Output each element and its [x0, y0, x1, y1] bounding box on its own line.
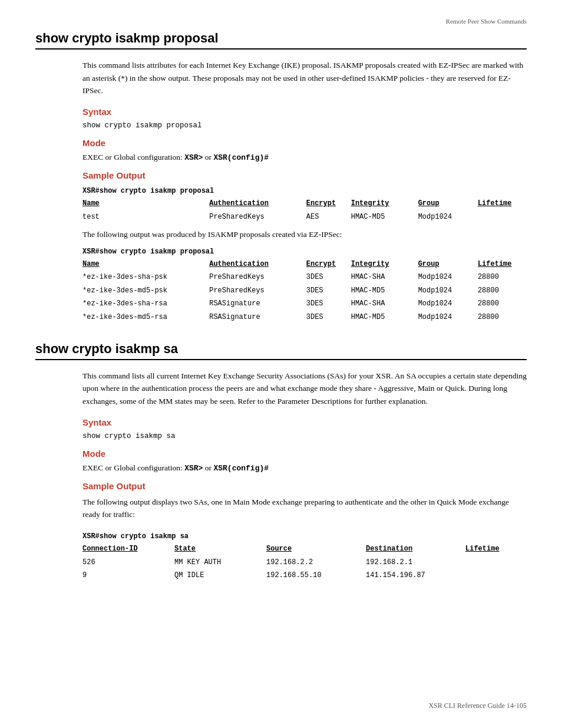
section2-syntax-code: show crypto isakmp sa — [82, 432, 527, 440]
section1-table1: Name Authentication Encrypt Integrity Gr… — [82, 197, 527, 223]
t2r1-integ: HMAC-SHA — [351, 271, 418, 284]
t2r3-enc: 3DES — [306, 297, 351, 310]
table-row: *ez-ike-3des-md5-rsa RSASignature 3DES H… — [82, 311, 527, 324]
sah-dest: Destination — [366, 542, 465, 555]
sar1-dest: 192.168.2.1 — [366, 556, 465, 569]
section2-syntax-label: Syntax — [82, 417, 527, 427]
section1-mode-code2: XSR(config)# — [213, 153, 269, 162]
t2h-name: Name — [82, 258, 209, 271]
t1r1-life — [478, 210, 527, 223]
section1-title: show crypto isakmp proposal — [35, 31, 527, 50]
t2r4-integ: HMAC-MD5 — [351, 311, 418, 324]
t2r2-name: *ez-ike-3des-md5-psk — [82, 284, 209, 297]
table2-header-row: Name Authentication Encrypt Integrity Gr… — [82, 258, 527, 271]
table-row: *ez-ike-3des-sha-psk PreSharedKeys 3DES … — [82, 271, 527, 284]
t1h-life: Lifetime — [478, 197, 527, 210]
t2r4-auth: RSASignature — [209, 311, 306, 324]
table-row: test PreSharedKeys AES HMAC-MD5 Modp1024 — [82, 210, 527, 223]
t2r2-enc: 3DES — [306, 284, 351, 297]
section-isakmp-proposal: show crypto isakmp proposal This command… — [35, 31, 527, 324]
t2r3-integ: HMAC-SHA — [351, 297, 418, 310]
section2-sample-output: XSR#show crypto isakmp sa Connection-ID … — [82, 531, 527, 582]
t2r3-group: Modp1024 — [418, 297, 478, 310]
t1h-enc: Encrypt — [306, 197, 351, 210]
sar1-state: MM KEY AUTH — [174, 556, 266, 569]
sah-state: State — [174, 542, 266, 555]
table1-header-row: Name Authentication Encrypt Integrity Gr… — [82, 197, 527, 210]
t2h-auth: Authentication — [209, 258, 306, 271]
t2h-enc: Encrypt — [306, 258, 351, 271]
section1-cmd1: XSR#show crypto isakmp proposal — [82, 185, 527, 197]
t2r1-auth: PreSharedKeys — [209, 271, 306, 284]
table-row: 9 QM IDLE 192.168.55.10 141.154.196.87 — [82, 569, 527, 582]
section1-table2: Name Authentication Encrypt Integrity Gr… — [82, 258, 527, 324]
section1-mode-plain: EXEC or Global configuration: — [82, 153, 184, 162]
section1-syntax-label: Syntax — [82, 107, 527, 117]
sah-lifetime: Lifetime — [465, 542, 527, 555]
sah-source: Source — [266, 542, 366, 555]
t2r3-life: 28800 — [478, 297, 527, 310]
t2r4-enc: 3DES — [306, 311, 351, 324]
sar2-connid: 9 — [82, 569, 174, 582]
t2h-group: Group — [418, 258, 478, 271]
section2-title: show crypto isakmp sa — [35, 341, 527, 360]
t2r1-group: Modp1024 — [418, 271, 478, 284]
sar2-state: QM IDLE — [174, 569, 266, 582]
sah-connid: Connection-ID — [82, 542, 174, 555]
sa-table: Connection-ID State Source Destination L… — [82, 542, 527, 582]
page-footer: XSR CLI Reference Guide 14-105 — [428, 701, 527, 710]
section2-mode-code2: XSR(config)# — [213, 464, 269, 473]
table-row: *ez-ike-3des-md5-psk PreSharedKeys 3DES … — [82, 284, 527, 297]
section1-mode-code1: XSR> — [184, 153, 203, 162]
t2r1-life: 28800 — [478, 271, 527, 284]
section-isakmp-sa: show crypto isakmp sa This command lists… — [35, 341, 527, 582]
section2-cmd: XSR#show crypto isakmp sa — [82, 531, 527, 542]
section1-sample-label: Sample Output — [82, 170, 527, 180]
t2r4-group: Modp1024 — [418, 311, 478, 324]
sar2-source: 192.168.55.10 — [266, 569, 366, 582]
t2r4-life: 28800 — [478, 311, 527, 324]
t2r2-auth: PreSharedKeys — [209, 284, 306, 297]
section1-description: This command lists attributes for each I… — [82, 59, 527, 97]
t2r3-auth: RSASignature — [209, 297, 306, 310]
t1r1-name: test — [82, 210, 209, 223]
section2-mode-plain: EXEC or Global configuration: — [82, 463, 184, 472]
sar1-connid: 526 — [82, 556, 174, 569]
section2-description: This command lists all current Internet … — [82, 370, 527, 408]
t2h-integ: Integrity — [351, 258, 418, 271]
section1-syntax-code: show crypto isakmp proposal — [82, 121, 527, 130]
t2r1-name: *ez-ike-3des-sha-psk — [82, 271, 209, 284]
section1-sample-output: XSR#show crypto isakmp proposal Name Aut… — [82, 185, 527, 324]
page-header: Remote Peer Show Commands — [35, 18, 527, 25]
section2-sample-label: Sample Output — [82, 481, 527, 491]
t1h-integ: Integrity — [351, 197, 418, 210]
table-row: *ez-ike-3des-sha-rsa RSASignature 3DES H… — [82, 297, 527, 310]
t1h-group: Group — [418, 197, 478, 210]
t1r1-enc: AES — [306, 210, 351, 223]
t1r1-group: Modp1024 — [418, 210, 478, 223]
t2r1-enc: 3DES — [306, 271, 351, 284]
t2r2-integ: HMAC-MD5 — [351, 284, 418, 297]
table-row: 526 MM KEY AUTH 192.168.2.2 192.168.2.1 — [82, 556, 527, 569]
t2r2-group: Modp1024 — [418, 284, 478, 297]
t2r2-life: 28800 — [478, 284, 527, 297]
section1-mode-or: or — [203, 153, 213, 162]
section2-mode-code1: XSR> — [184, 464, 203, 473]
section2-sample-intro: The following output displays two SAs, o… — [82, 496, 527, 521]
section1-cmd2: XSR#show crypto isakmp proposal — [82, 246, 527, 258]
t2r3-name: *ez-ike-3des-sha-rsa — [82, 297, 209, 310]
sar1-source: 192.168.2.2 — [266, 556, 366, 569]
section2-body: This command lists all current Internet … — [82, 370, 527, 582]
t2h-life: Lifetime — [478, 258, 527, 271]
t1r1-auth: PreSharedKeys — [209, 210, 306, 223]
section2-mode-text: EXEC or Global configuration: XSR> or XS… — [82, 463, 527, 473]
sa-table-header-row: Connection-ID State Source Destination L… — [82, 542, 527, 555]
section2-mode-label: Mode — [82, 449, 527, 459]
t2r4-name: *ez-ike-3des-md5-rsa — [82, 311, 209, 324]
t1r1-integ: HMAC-MD5 — [351, 210, 418, 223]
section1-mode-label: Mode — [82, 138, 527, 148]
sar2-life — [465, 569, 527, 582]
section1-between-text: The following output was produced by ISA… — [82, 228, 527, 241]
t1h-name: Name — [82, 197, 209, 210]
section1-mode-text: EXEC or Global configuration: XSR> or XS… — [82, 153, 527, 162]
